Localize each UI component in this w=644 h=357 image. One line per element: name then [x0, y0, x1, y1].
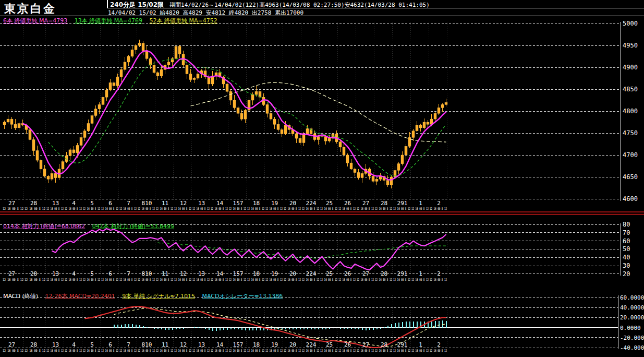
candle-body [193, 78, 196, 80]
candle-body [102, 97, 104, 104]
day-axis-label: 27 [362, 200, 369, 207]
hour-axis-label: 12 16 00 8 12 [25, 278, 45, 282]
candle-body [445, 102, 447, 104]
hour-axis-label: 12 16 00 8 12 [411, 349, 429, 353]
charts-canvas[interactable]: 5000495049004850480047504700465046002728… [0, 0, 644, 357]
candle-body [105, 90, 108, 97]
candle-body [401, 155, 404, 164]
candle-body [83, 131, 86, 138]
hour-axis-label: 12 16 00 8 12 [393, 207, 410, 211]
candle-body [321, 137, 323, 137]
candle-body [438, 108, 440, 113]
candle-body [343, 147, 345, 155]
candle-body [259, 91, 261, 97]
candle-body [182, 54, 185, 65]
hour-axis-label: 12 16 00 8 12 [46, 278, 64, 282]
candle-body [131, 50, 133, 56]
candle-body [251, 94, 254, 100]
day-axis-label: 25 [326, 200, 333, 207]
candle-body [390, 177, 393, 185]
day-axis-label: 291 [397, 341, 408, 348]
day-axis-label: 13 [52, 200, 59, 207]
price-axis-label: 5000 [623, 20, 638, 27]
hour-axis-label: 12 16 00 8 12 [119, 278, 137, 282]
day-axis-label: 19 [271, 341, 278, 348]
candle-body [175, 46, 177, 59]
candle-body [266, 104, 269, 113]
day-axis-label: 291 [397, 270, 408, 277]
hour-axis-label: 12 16 00 8 12 [320, 349, 337, 353]
candle-body [80, 137, 82, 145]
hour-axis-label: 12 16 00 8 12 [46, 349, 64, 353]
hour-axis-label: 12 16 00 8 12 [83, 349, 100, 353]
day-axis-label: 157 [233, 341, 244, 348]
macd-axis-label: 20.0000 [620, 314, 644, 321]
candle-body [423, 122, 426, 128]
candle-body [208, 77, 210, 84]
hour-axis-label: 12 16 00 8 12 [192, 278, 210, 282]
day-axis-label: 2 [437, 341, 441, 348]
day-axis-label: 12 [180, 200, 187, 207]
hour-axis-label: 12 16 00 8 12 [211, 278, 228, 282]
candle-body [405, 146, 407, 155]
hour-axis-label: 12 16 00 8 12 [192, 207, 210, 211]
day-axis-label: 2 [437, 200, 441, 207]
day-axis-label: 224 [306, 270, 317, 277]
candle-body [29, 129, 31, 139]
candle-body [328, 138, 331, 141]
price-axis-label: 4800 [623, 108, 638, 115]
candle-body [354, 169, 356, 173]
macd-axis-label: 40.0000 [620, 304, 644, 311]
day-axis-label: 13 [52, 341, 59, 348]
candle-body [350, 163, 353, 169]
candle-body [317, 137, 320, 140]
hour-axis-label: 12 16 00 8 12 [211, 349, 228, 353]
hour-axis-label: 12 16 00 8 12 [138, 349, 155, 353]
hour-axis-label: 12 16 00 8 12 [430, 207, 447, 211]
candle-body [98, 104, 101, 109]
candle-body [434, 113, 436, 119]
candle-body [416, 125, 418, 131]
candle-body [69, 150, 71, 156]
day-axis-label: 4 [72, 341, 76, 348]
day-axis-label: 810 [142, 341, 152, 348]
hour-axis-label: 12 16 00 8 12 [3, 349, 23, 353]
day-axis-label: 28 [30, 200, 37, 207]
rsi-axis-label: 60 [623, 237, 630, 245]
day-axis-label: 19 [271, 270, 278, 277]
rsi-axis-label: 50 [623, 245, 630, 253]
rsi-axis-label: 30 [623, 262, 630, 269]
rsi-axis-label: 40 [623, 254, 630, 261]
day-axis-label: 28 [381, 341, 387, 348]
day-axis-label: 28 [381, 270, 387, 277]
candle-body [156, 73, 159, 76]
candle-body [120, 69, 123, 77]
candle-body [284, 125, 287, 134]
rsi-axis-label: 70 [623, 229, 630, 236]
hour-axis-label: 12 16 00 8 12 [192, 349, 210, 353]
hour-axis-label: 12 16 00 8 12 [65, 349, 82, 353]
candle-body [255, 91, 258, 94]
day-axis-label: 13 [198, 200, 205, 207]
hour-axis-label: 12 16 00 8 12 [83, 207, 100, 211]
hour-axis-label: 12 16 00 8 12 [375, 207, 392, 211]
candle-body [167, 62, 170, 65]
day-axis-label: 27 [8, 200, 15, 207]
candle-body [3, 122, 6, 125]
candle-body [302, 134, 305, 143]
hour-axis-label: 12 16 00 8 12 [284, 278, 301, 282]
hour-axis-label: 12 16 00 8 12 [65, 207, 82, 211]
day-axis-label: 18 [253, 270, 260, 277]
day-axis-label: 13 [198, 341, 205, 348]
day-axis-label: 28 [381, 200, 387, 207]
hour-axis-label: 12 16 00 8 12 [247, 349, 264, 353]
candle-body [142, 43, 144, 51]
day-axis-label: 7 [127, 200, 130, 207]
hour-axis-label: 12 16 00 8 12 [229, 207, 246, 211]
day-axis-label: 157 [233, 200, 244, 207]
candle-body [36, 151, 39, 160]
candle-body [18, 124, 20, 128]
hour-axis-label: 12 16 00 8 12 [211, 207, 228, 211]
hour-axis-label: 12 16 00 8 12 [174, 278, 191, 282]
day-axis-label: 7 [127, 341, 130, 348]
